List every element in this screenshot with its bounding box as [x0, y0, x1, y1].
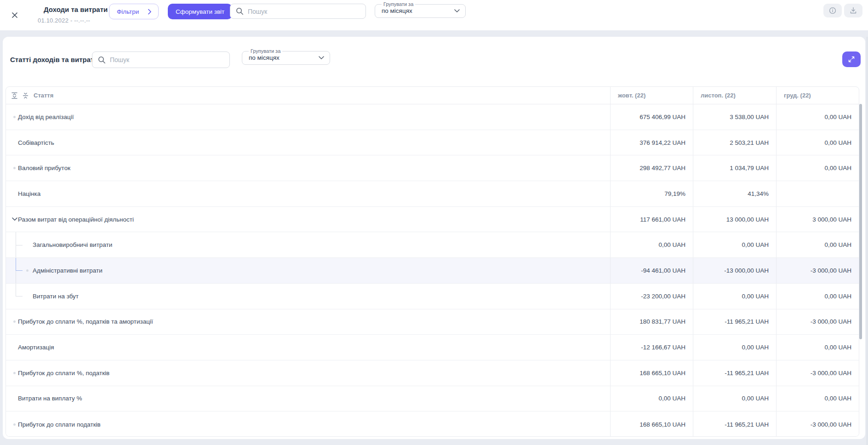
cell-value-month-2: -11 965,21 UAH: [693, 411, 776, 437]
cell-value-month-1: 79,19%: [610, 181, 693, 206]
column-header-article: Стаття: [6, 87, 610, 104]
table-row[interactable]: Націнка 79,19% 41,34%: [6, 181, 859, 207]
filters-button-label: Фільтри: [117, 8, 139, 15]
cell-value-month-2: -11 965,21 UAH: [693, 309, 776, 335]
row-label: Адміністративні витрати: [33, 267, 103, 274]
table-header: Стаття жовт. (22) листоп. (22) груд. (22…: [6, 87, 859, 104]
table-row[interactable]: Прибуток до сплати %, податків та аморти…: [6, 309, 859, 335]
row-label-cell: Адміністративні витрати: [6, 258, 610, 283]
cell-value-month-3: -3 000,00 UAH: [776, 411, 859, 437]
close-icon: [11, 11, 18, 19]
topbar-actions: [823, 4, 862, 17]
cell-value-month-1: -12 166,67 UAH: [610, 335, 693, 360]
cell-value-month-3: 0,00 UAH: [776, 104, 859, 130]
row-label-cell: Витрати на виплату %: [6, 386, 610, 411]
tree-connector: [16, 270, 16, 283]
table-row[interactable]: Витрати на збут -23 200,00 UAH 0,00 UAH …: [6, 284, 859, 309]
cell-value-month-3: -3 000,00 UAH: [776, 309, 859, 335]
cell-value-month-3: 3 000,00 UAH: [776, 207, 859, 232]
row-label-cell: Витрати на збут: [6, 284, 610, 309]
cell-value-month-2: 0,00 UAH: [693, 386, 776, 411]
row-label-cell: Націнка: [6, 181, 610, 206]
cell-value-month-1: 298 492,77 UAH: [610, 155, 693, 181]
download-icon: [849, 6, 857, 15]
cell-value-month-2: 41,34%: [693, 181, 776, 206]
panel-search[interactable]: [92, 51, 230, 68]
table-row[interactable]: Адміністративні витрати -94 461,00 UAH -…: [6, 258, 859, 284]
row-label: Валовий прибуток: [18, 165, 70, 171]
cell-value-month-1: 376 914,22 UAH: [610, 130, 693, 155]
info-button[interactable]: [823, 4, 842, 17]
fullscreen-button[interactable]: [842, 51, 861, 67]
column-header-month-1: жовт. (22): [610, 87, 693, 104]
chevron-down-icon: [454, 9, 460, 13]
row-label-cell: Прибуток до сплати %, податків та аморти…: [6, 309, 610, 335]
cell-value-month-1: -94 461,00 UAH: [610, 258, 693, 283]
chevron-down-icon[interactable]: [12, 217, 17, 221]
chevron-right-icon: [148, 9, 152, 15]
panel-search-input[interactable]: [110, 56, 224, 63]
panel-title: Статті доходів та витрат: [10, 56, 94, 63]
cell-value-month-2: -13 000,00 UAH: [693, 258, 776, 283]
row-label: Прибуток до сплати %, податків: [18, 370, 109, 377]
row-label: Собівартість: [18, 139, 54, 146]
table-row[interactable]: Прибуток до сплати %, податків 168 665,1…: [6, 360, 859, 386]
cell-value-month-3: 0,00 UAH: [776, 155, 859, 181]
expand-all-icon[interactable]: [11, 91, 18, 99]
cell-value-month-2: 0,00 UAH: [693, 232, 776, 257]
search-icon: [236, 7, 244, 15]
table-row[interactable]: Дохід від реалізації 675 406,99 UAH 3 53…: [6, 104, 859, 130]
cell-value-month-1: 180 831,77 UAH: [610, 309, 693, 335]
cell-value-month-1: 0,00 UAH: [610, 386, 693, 411]
row-label-cell: Прибуток до сплати податків: [6, 411, 610, 437]
table-row[interactable]: Прибуток до сплати податків 168 665,10 U…: [6, 411, 859, 437]
row-label: Прибуток до сплати податків: [18, 421, 101, 428]
formula-dot-icon: [13, 372, 16, 374]
table-row[interactable]: Загальновиробничі витрати 0,00 UAH 0,00 …: [6, 232, 859, 258]
formula-dot-icon: [13, 320, 16, 323]
topbar: Доходи та витрати (P&L) 01.10.2022 - --.…: [0, 0, 868, 30]
cell-value-month-2: 3 538,00 UAH: [693, 104, 776, 130]
page-scrollbar[interactable]: [866, 37, 868, 445]
cell-value-month-3: [776, 181, 859, 206]
generate-report-button[interactable]: Сформувати звіт: [168, 4, 232, 19]
row-label-cell: Разом витрат від операційної діяльності: [6, 207, 610, 232]
cell-value-month-2: 13 000,00 UAH: [693, 207, 776, 232]
table-body: Дохід від реалізації 675 406,99 UAH 3 53…: [6, 104, 859, 437]
formula-dot-icon: [13, 167, 16, 169]
cell-value-month-3: 0,00 UAH: [776, 130, 859, 155]
row-label-cell: Прибуток до сплати %, податків: [6, 360, 610, 386]
group-by-label: Групувати за: [382, 2, 415, 7]
table-scrollbar-thumb[interactable]: [859, 104, 862, 339]
filters-button[interactable]: Фільтри: [109, 4, 159, 19]
topbar-search-input[interactable]: [248, 8, 360, 15]
cell-value-month-3: 0,00 UAH: [776, 284, 859, 309]
expand-icon: [848, 56, 855, 63]
close-button[interactable]: [7, 8, 22, 23]
table-row[interactable]: Витрати на виплату % 0,00 UAH 0,00 UAH 0…: [6, 386, 859, 412]
group-by-value: по місяцях: [249, 54, 280, 61]
cell-value-month-2: 1 034,79 UAH: [693, 155, 776, 181]
row-label: Разом витрат від операційної діяльності: [18, 216, 134, 223]
pnl-table: Стаття жовт. (22) листоп. (22) груд. (22…: [6, 86, 859, 437]
cell-value-month-1: 117 661,00 UAH: [610, 207, 693, 232]
row-label-cell: Амортизація: [6, 335, 610, 360]
table-row[interactable]: Валовий прибуток 298 492,77 UAH 1 034,79…: [6, 155, 859, 181]
table-row[interactable]: Разом витрат від операційної діяльності …: [6, 207, 859, 233]
report-date-range: 01.10.2022 - --.--.--: [38, 17, 90, 24]
formula-dot-icon: [13, 423, 16, 426]
row-label-cell: Дохід від реалізації: [6, 104, 610, 130]
panel-group-by-select[interactable]: Групувати за по місяцях: [242, 49, 330, 65]
row-label-cell: Валовий прибуток: [6, 155, 610, 181]
topbar-search[interactable]: [230, 4, 366, 19]
row-label: Дохід від реалізації: [18, 114, 74, 120]
cell-value-month-1: -23 200,00 UAH: [610, 284, 693, 309]
collapse-all-icon[interactable]: [22, 91, 29, 99]
column-header-month-2: листоп. (22): [693, 87, 776, 104]
group-by-label: Групувати за: [249, 49, 282, 54]
table-row[interactable]: Собівартість 376 914,22 UAH 2 503,21 UAH…: [6, 130, 859, 156]
topbar-group-by-select[interactable]: Групувати за по місяцях: [375, 2, 466, 18]
table-row[interactable]: Амортизація -12 166,67 UAH 0,00 UAH 0,00…: [6, 335, 859, 360]
download-button[interactable]: [844, 4, 862, 17]
column-header-label: Стаття: [34, 92, 53, 99]
